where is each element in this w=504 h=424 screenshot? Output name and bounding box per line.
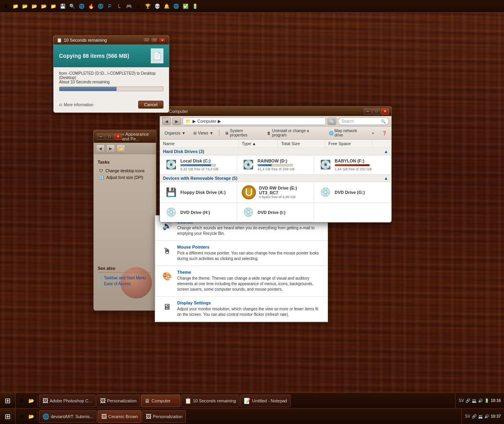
- display-settings-item[interactable]: 🖥 Display Settings Adjust your monitor r…: [155, 297, 328, 322]
- top-icon-search[interactable]: 🔍: [68, 2, 76, 11]
- adjust-font-link[interactable]: 🔡 Adjust font size (DPI): [98, 174, 152, 181]
- theme-content: Theme Change the theme. Themes can chang…: [177, 270, 322, 292]
- top-icon-game2[interactable]: ⚔: [134, 2, 143, 11]
- minimize-button[interactable]: ─: [143, 37, 150, 43]
- top-icon-bell[interactable]: 🔔: [162, 2, 171, 11]
- taskbar-item-personalization[interactable]: 🖼 Personalization: [96, 395, 140, 407]
- drive-e[interactable]: U DVD RW Drive (E:) UT3_RC7 0 bytes free…: [237, 182, 314, 203]
- taskbar-top-icons: 🖥 📁 📂 📂 📂 📁 💾 🔍 🌐 🔥 🌐 P L 🎮 ⚔ 🏆 💀 🔔 🌐 ✅ …: [2, 2, 199, 11]
- comp-maximize-button[interactable]: □: [372, 108, 380, 114]
- drive-f[interactable]: 💽 BABYLON (F:) 1,64 GB free of 232 GB: [314, 155, 391, 175]
- cancel-button[interactable]: Cancel: [138, 101, 163, 109]
- tray-net-icon[interactable]: 🔗: [472, 414, 476, 418]
- address-path[interactable]: 📁 ▶ Computer ▶: [183, 117, 326, 125]
- top-icon-globe[interactable]: 🌐: [77, 2, 86, 11]
- comp-forward-button[interactable]: ▶: [172, 117, 181, 125]
- top-icon-folder4[interactable]: 📂: [39, 2, 48, 11]
- tray-icon-3[interactable]: 🔊: [478, 398, 483, 403]
- top-icon-folder2[interactable]: 📂: [20, 2, 29, 11]
- ql-2[interactable]: 📂: [27, 412, 35, 421]
- views-dropdown-icon: ▼: [209, 131, 213, 135]
- mouse-title: Mouse Pointers: [177, 245, 322, 249]
- comp-back-button[interactable]: ◀: [162, 117, 171, 125]
- left-minimize-button[interactable]: ─: [97, 133, 105, 140]
- tray-icon-1[interactable]: 🔗: [465, 398, 470, 403]
- tray-pc-icon[interactable]: 💻: [478, 414, 483, 418]
- organize-button[interactable]: Organize ▼: [162, 130, 188, 136]
- removable-collapse-icon[interactable]: ▲: [384, 176, 388, 181]
- taskbar-start-menu-link[interactable]: 🔗 Taskbar and Start Menu: [98, 275, 152, 281]
- drive-g[interactable]: 💿 DVD Drive (G:): [314, 182, 391, 203]
- removable-drives-grid: 💾 Floppy Disk Drive (A:) U DVD RW Drive …: [160, 182, 391, 222]
- top-icon-game[interactable]: 🎮: [124, 2, 133, 11]
- change-desktop-icons-link[interactable]: 🛡 Change desktop icons: [98, 168, 152, 174]
- top-icon-ps[interactable]: P: [106, 2, 114, 11]
- left-maximize-button[interactable]: □: [106, 133, 113, 140]
- comp-close-button[interactable]: ✕: [381, 108, 389, 114]
- taskbar-item-photoshop[interactable]: 🖼 Adobe Photoshop C...: [39, 395, 96, 407]
- quick-launch-2[interactable]: 📂: [27, 396, 35, 405]
- ql-1[interactable]: 🖥: [17, 412, 26, 421]
- top-icon-folder3[interactable]: 📂: [30, 2, 39, 11]
- drive-i[interactable]: 💿 DVD Drive (I:): [237, 203, 314, 222]
- taskbar-personalization2[interactable]: 🖼 Personalization: [142, 410, 186, 423]
- deviantart-label: deviantART: Submis...: [51, 414, 93, 419]
- top-icon-monitor[interactable]: 🖥: [2, 2, 10, 11]
- system-props-button[interactable]: 🖥 System properties: [222, 128, 261, 138]
- start-button-2[interactable]: ⊞: [0, 393, 16, 409]
- ql-separator: [37, 396, 37, 406]
- quick-launch-1[interactable]: 🖥: [17, 396, 26, 405]
- taskbar-item-notepad[interactable]: 📝 Untitled - Notepad: [240, 395, 291, 407]
- top-icon-ie[interactable]: 🌐: [96, 2, 105, 11]
- theme-item[interactable]: 🎨 Theme Change the theme. Themes can cha…: [155, 266, 328, 297]
- taskbar-deviantart[interactable]: 🌐 deviantART: Submis...: [39, 410, 97, 423]
- folder-icon: 📂: [117, 144, 125, 152]
- top-icon-firefox[interactable]: 🔥: [87, 2, 95, 11]
- taskbar-item-computer[interactable]: 🖥 Computer: [141, 395, 180, 407]
- col-free[interactable]: Free Space: [325, 140, 372, 147]
- left-panel-nav: ◀ ▶ 📂: [94, 143, 156, 154]
- top-icon-folder5[interactable]: 📁: [49, 2, 57, 11]
- drive-d[interactable]: 💽 RAINBOW (D:) 41,4 GB free of 299 GB: [237, 155, 314, 175]
- uninstall-button[interactable]: 🗑 Uninstall or change a program: [265, 128, 323, 138]
- taskbar-ceramic[interactable]: 🖼 Ceramic Brown: [98, 410, 141, 423]
- refresh-button[interactable]: 🔄: [328, 117, 336, 125]
- drive-c[interactable]: 💽 Local Disk (C:) 9,32 GB free of 73,4 G…: [160, 155, 237, 175]
- drive-h[interactable]: 💿 DVD Drive (H:): [160, 203, 237, 222]
- views-button[interactable]: ⊞ Views ▼: [191, 130, 215, 136]
- section-collapse-icon[interactable]: ▲: [384, 149, 388, 154]
- top-icon-skull[interactable]: 💀: [153, 2, 161, 11]
- search-box[interactable]: Search 🔍: [338, 117, 389, 125]
- tray-vol-icon[interactable]: 🔊: [484, 414, 489, 418]
- comp-minimize-button[interactable]: ─: [364, 108, 372, 114]
- start-button[interactable]: ⊞: [0, 409, 16, 424]
- more-button[interactable]: »: [369, 130, 376, 136]
- col-size[interactable]: Total Size: [278, 140, 325, 147]
- drive-floppy[interactable]: 💾 Floppy Disk Drive (A:): [160, 182, 237, 203]
- ease-of-access-link[interactable]: 🔗 Ease of Access: [98, 281, 152, 287]
- top-icon-check[interactable]: ✅: [181, 2, 190, 11]
- views-icon: ⊞: [193, 131, 196, 135]
- help-button[interactable]: ❓: [380, 130, 389, 136]
- top-icon-net[interactable]: 🌐: [172, 2, 180, 11]
- tray-icon-2[interactable]: 💻: [472, 398, 476, 403]
- left-close-button[interactable]: ✕: [114, 133, 122, 140]
- computer-content: Name Type ▲ Total Size Free Space Hard D…: [160, 140, 391, 222]
- tray-icon-4[interactable]: 🔋: [484, 398, 489, 403]
- back-button[interactable]: ◀: [96, 144, 105, 152]
- maximize-button[interactable]: □: [151, 37, 158, 43]
- forward-button[interactable]: ▶: [106, 144, 115, 152]
- top-icon-floppy[interactable]: 💾: [58, 2, 67, 11]
- col-name[interactable]: Name: [160, 140, 239, 147]
- top-icon-power[interactable]: 🔋: [191, 2, 199, 11]
- close-button[interactable]: ✕: [159, 37, 166, 43]
- mouse-pointers-item[interactable]: 🖱 Mouse Pointers Pick a different mouse …: [155, 241, 328, 266]
- top-icon-lr[interactable]: L: [115, 2, 124, 11]
- top-icon-folder1[interactable]: 📁: [11, 2, 20, 11]
- taskbar-item-copy[interactable]: 📋 10 Seconds remaining: [181, 395, 239, 407]
- map-network-button[interactable]: 🌐 Map network drive: [326, 128, 367, 138]
- more-info-button[interactable]: ⊙ More information: [59, 103, 93, 107]
- copy-dialog-title-label: 10 Seconds remaining: [64, 38, 107, 42]
- col-type[interactable]: Type ▲: [239, 140, 278, 147]
- top-icon-trophy[interactable]: 🏆: [143, 2, 152, 11]
